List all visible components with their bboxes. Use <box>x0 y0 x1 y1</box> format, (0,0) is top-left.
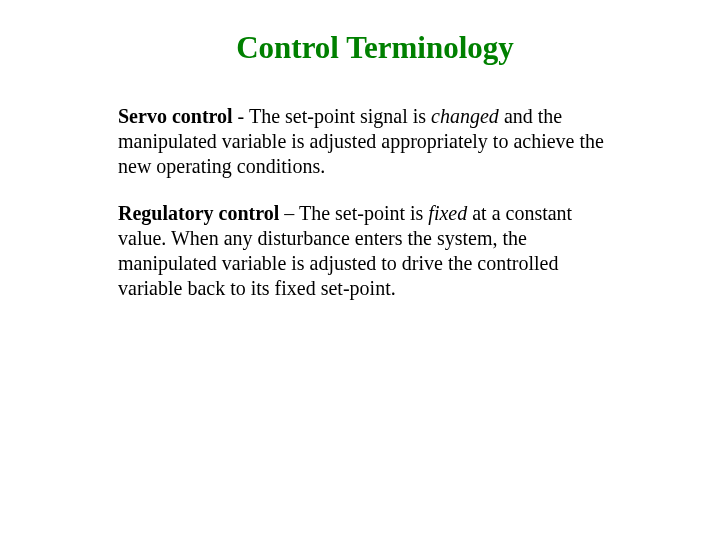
page-title: Control Terminology <box>50 30 660 66</box>
regulatory-emphasis: fixed <box>428 202 467 224</box>
regulatory-control-paragraph: Regulatory control – The set-point is fi… <box>118 201 625 301</box>
servo-emphasis: changed <box>431 105 499 127</box>
servo-term: Servo control <box>118 105 233 127</box>
content-area: Servo control - The set-point signal is … <box>50 104 660 301</box>
regulatory-term: Regulatory control <box>118 202 279 224</box>
servo-sep: - The set-point signal is <box>233 105 432 127</box>
regulatory-sep: – The set-point is <box>279 202 428 224</box>
servo-control-paragraph: Servo control - The set-point signal is … <box>118 104 625 179</box>
